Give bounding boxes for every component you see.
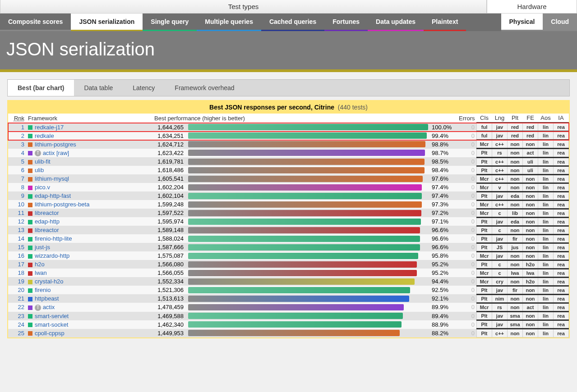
tag-ia[interactable]: rea [554,234,569,243]
framework-link[interactable]: actix [43,304,55,310]
tag-cls[interactable]: ful [477,123,492,132]
tag-fe[interactable]: non [523,174,538,183]
tag-ia[interactable]: rea [554,183,569,191]
tag-aos[interactable]: lin [538,286,554,294]
tag-lng[interactable]: cry [492,277,508,286]
tag-lng[interactable]: c++ [492,140,508,149]
tag-ia[interactable]: rea [554,209,569,217]
tag-fe[interactable]: act [523,303,538,312]
tag-fe[interactable]: red [523,123,538,132]
tag-fe[interactable]: lwa [523,269,538,277]
framework-link[interactable]: wizzardo-http [35,252,69,259]
tag-ia[interactable]: rea [554,277,569,286]
framework-link[interactable]: redkale-j17 [35,124,64,131]
col-ia[interactable]: IA [554,114,569,123]
tag-ia[interactable]: rea [554,174,569,183]
col-rank[interactable]: Rnk [8,114,26,123]
tag-aos[interactable]: lin [538,166,554,174]
tag-plt[interactable]: non [508,149,523,158]
tag-plt[interactable]: non [508,200,523,209]
framework-link[interactable]: httpbeast [35,295,59,302]
tag-lng[interactable]: rs [492,149,508,158]
tag-ia[interactable]: rea [554,157,569,166]
tag-cls[interactable]: Plt [477,294,492,303]
tag-aos[interactable]: lin [538,183,554,191]
tab-cached-queries[interactable]: Cached queries [261,14,324,31]
tag-plt[interactable]: eda [508,217,523,226]
tag-cls[interactable]: Plt [477,157,492,166]
tab-multiple-queries[interactable]: Multiple queries [197,14,261,31]
col-cls[interactable]: Cls [477,114,492,123]
tag-fe[interactable]: non [523,209,538,217]
tag-lng[interactable]: jav [492,251,508,260]
tag-cls[interactable]: Mcr [477,209,492,217]
tag-cls[interactable]: Mcr [477,174,492,183]
subtab-data-table[interactable]: Data table [74,80,123,96]
tag-plt[interactable]: jus [508,243,523,251]
tag-ia[interactable]: rea [554,200,569,209]
tag-aos[interactable]: lin [538,277,554,286]
tag-ia[interactable]: rea [554,226,569,234]
tag-ia[interactable]: rea [554,217,569,226]
tag-aos[interactable]: lin [538,140,554,149]
tag-lng[interactable]: c++ [492,166,508,174]
tag-plt[interactable]: fir [508,234,523,243]
framework-link[interactable]: h2o [35,261,45,268]
tag-lng[interactable]: c++ [492,157,508,166]
tag-fe[interactable]: non [523,226,538,234]
tag-aos[interactable]: lin [538,157,554,166]
tag-ia[interactable]: rea [554,320,569,329]
tag-fe[interactable]: non [523,140,538,149]
tag-plt[interactable]: red [508,132,523,140]
framework-link[interactable]: lithium-mysql [35,175,69,182]
tag-lng[interactable]: jav [492,234,508,243]
tag-fe[interactable]: non [523,329,538,337]
tag-cls[interactable]: Plt [477,226,492,234]
tag-lng[interactable]: jav [492,312,508,320]
tag-ia[interactable]: rea [554,260,569,269]
tag-fe[interactable]: non [523,200,538,209]
tag-plt[interactable]: non [508,260,523,269]
tag-plt[interactable]: non [508,166,523,174]
tab-fortunes[interactable]: Fortunes [324,14,368,31]
tag-lng[interactable]: jav [492,132,508,140]
tag-ia[interactable]: rea [554,166,569,174]
subtab-best-bar-chart-[interactable]: Best (bar chart) [8,80,74,96]
tag-aos[interactable]: lin [538,191,554,200]
tab-plaintext[interactable]: Plaintext [424,14,466,31]
tag-aos[interactable]: lin [538,294,554,303]
tag-lng[interactable]: c [492,260,508,269]
tag-cls[interactable]: Plt [477,166,492,174]
tag-aos[interactable]: lin [538,209,554,217]
tag-cls[interactable]: Plt [477,217,492,226]
tag-lng[interactable]: c++ [492,174,508,183]
tag-aos[interactable]: lin [538,226,554,234]
framework-link[interactable]: pico.v [35,184,50,191]
tag-plt[interactable]: sma [508,312,523,320]
tag-plt[interactable]: non [508,174,523,183]
framework-link[interactable]: ulib-fit [35,158,51,165]
tag-lng[interactable]: jav [492,320,508,329]
framework-link[interactable]: smart-servlet [35,313,69,319]
tag-lng[interactable]: rs [492,303,508,312]
tag-cls[interactable]: Mcr [477,140,492,149]
tag-plt[interactable]: non [508,251,523,260]
col-aos[interactable]: Aos [538,114,554,123]
tag-fe[interactable]: non [523,320,538,329]
framework-link[interactable]: smart-socket [35,321,68,328]
tag-cls[interactable]: ful [477,132,492,140]
tag-ia[interactable]: rea [554,251,569,260]
framework-link[interactable]: libreactor [35,210,59,216]
tag-plt[interactable]: sma [508,320,523,329]
framework-link[interactable]: crystal-h2o [35,278,64,285]
tag-fe[interactable]: non [523,286,538,294]
subtab-framework-overhead[interactable]: Framework overhead [165,80,244,96]
tag-ia[interactable]: rea [554,243,569,251]
tag-lng[interactable]: c++ [492,329,508,337]
framework-link[interactable]: cpoll-cppsp [35,330,65,337]
framework-link[interactable]: lwan [35,269,47,276]
tag-cls[interactable]: Plt [477,312,492,320]
tag-lng[interactable]: c++ [492,200,508,209]
tag-cls[interactable]: Mcr [477,277,492,286]
tag-fe[interactable]: non [523,234,538,243]
